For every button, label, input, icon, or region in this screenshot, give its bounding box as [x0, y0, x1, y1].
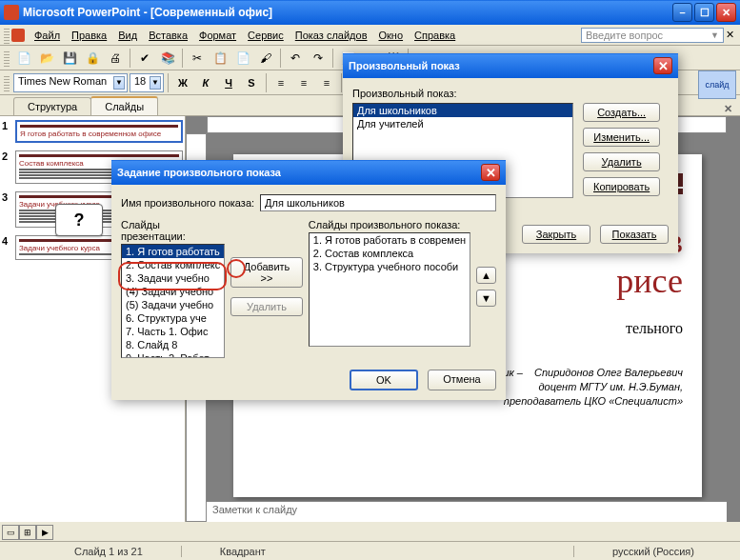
app-icon: [4, 5, 19, 20]
show-slides-listbox[interactable]: 1. Я готов работать в современ2. Состав …: [309, 232, 470, 347]
chevron-down-icon[interactable]: ▼: [150, 76, 161, 90]
spellcheck-icon[interactable]: ✔: [134, 48, 155, 69]
status-lang: русский (Россия): [573, 546, 732, 557]
dialog-titlebar[interactable]: Задание произвольного показа ✕: [111, 160, 506, 185]
open-icon[interactable]: 📂: [36, 48, 57, 69]
label: Имя произвольного показа:: [121, 197, 254, 209]
chevron-down-icon[interactable]: ▼: [113, 76, 125, 90]
menu-edit[interactable]: Правка: [66, 28, 112, 43]
minimize-button[interactable]: –: [672, 3, 692, 22]
copy-icon[interactable]: 📋: [210, 48, 230, 69]
edit-button[interactable]: Изменить...: [583, 128, 660, 147]
menu-help[interactable]: Справка: [409, 28, 461, 43]
tab-outline[interactable]: Структура: [13, 97, 91, 115]
menu-window[interactable]: Окно: [373, 28, 410, 43]
menu-view[interactable]: Вид: [112, 28, 143, 43]
status-slide: Слайд 1 из 21: [8, 546, 181, 557]
dialog-titlebar[interactable]: Произвольный показ ✕: [343, 53, 678, 78]
close-icon[interactable]: ✕: [481, 164, 500, 181]
undo-icon[interactable]: ↶: [285, 48, 306, 69]
grip-icon: [4, 74, 10, 91]
copy-button[interactable]: Копировать: [583, 177, 660, 196]
ok-button[interactable]: OK: [350, 370, 418, 390]
show-button[interactable]: Показать: [600, 225, 669, 244]
label: Слайды произвольного показа:: [309, 219, 470, 230]
tab-slides[interactable]: Слайды: [90, 96, 158, 115]
close-button[interactable]: ✕: [716, 3, 736, 22]
align-center-icon[interactable]: ≡: [293, 72, 314, 93]
list-item[interactable]: 2. Состав комплекса: [310, 247, 470, 260]
doc-icon: [11, 29, 25, 42]
all-slides-listbox[interactable]: 1. Я готов работать2. Состав комплекс3. …: [121, 244, 225, 358]
grip-icon: [4, 27, 10, 44]
taskpane-slide-design[interactable]: слайд: [698, 70, 736, 99]
delete-button[interactable]: Удалить: [583, 152, 660, 171]
callout-help: ?: [55, 204, 103, 236]
move-up-button[interactable]: ▲: [476, 267, 496, 284]
list-item[interactable]: 1. Я готов работать: [122, 245, 224, 258]
research-icon[interactable]: 📚: [157, 48, 178, 69]
permission-icon[interactable]: 🔒: [82, 48, 103, 69]
align-left-icon[interactable]: ≡: [270, 72, 291, 93]
list-item[interactable]: 2. Состав комплекс: [122, 258, 224, 271]
menu-slideshow[interactable]: Показ слайдов: [290, 28, 373, 43]
status-layout: Квадрант: [181, 546, 304, 557]
label: Произвольный показ:: [352, 88, 669, 99]
list-item[interactable]: 3. Структура учебного пособи: [310, 260, 470, 273]
close-icon[interactable]: ✕: [653, 57, 672, 74]
add-button[interactable]: Добавить >>: [230, 257, 303, 288]
list-item[interactable]: Для учителей: [353, 117, 572, 130]
menubar: Файл Правка Вид Вставка Формат Сервис По…: [0, 25, 740, 46]
menu-insert[interactable]: Вставка: [143, 28, 193, 43]
menu-tools[interactable]: Сервис: [242, 28, 290, 43]
list-item[interactable]: 7. Часть 1. Офис: [122, 325, 224, 338]
notes-pane[interactable]: Заметки к слайду: [207, 501, 727, 522]
sorter-view-icon[interactable]: ⊞: [19, 525, 36, 540]
list-item[interactable]: 6. Структура уче: [122, 311, 224, 325]
list-item[interactable]: 3. Задачи учебно: [122, 271, 224, 285]
define-show-dialog: Задание произвольного показа ✕ Имя произ…: [111, 160, 506, 400]
format-painter-icon[interactable]: 🖌: [255, 48, 276, 69]
save-icon[interactable]: 💾: [59, 48, 80, 69]
size-combo[interactable]: 18▼: [130, 73, 164, 92]
redo-icon[interactable]: ↷: [308, 48, 329, 69]
font-combo[interactable]: Times New Roman▼: [13, 73, 128, 92]
slideshow-view-icon[interactable]: ▶: [36, 525, 53, 540]
create-button[interactable]: Создать...: [583, 103, 660, 122]
paste-icon[interactable]: 📄: [232, 48, 253, 69]
menu-file[interactable]: Файл: [29, 28, 66, 43]
statusbar: Слайд 1 из 21 Квадрант русский (Россия): [0, 541, 740, 560]
align-right-icon[interactable]: ≡: [316, 72, 337, 93]
cancel-button[interactable]: Отмена: [428, 370, 496, 390]
mdi-close-button[interactable]: ✕: [724, 27, 736, 43]
slide-thumb[interactable]: 1 Я готов работать в современном офисе: [2, 120, 183, 143]
grip-icon: [4, 50, 10, 67]
list-item[interactable]: Для школьников: [353, 104, 572, 117]
bold-button[interactable]: Ж: [172, 72, 193, 93]
remove-button[interactable]: Удалить: [230, 297, 303, 316]
list-item[interactable]: 9. Часть 2. Работ: [122, 351, 224, 358]
window-title: Microsoft PowerPoint - [Современный офис…: [23, 6, 672, 19]
tab-close-button[interactable]: ✕: [716, 103, 740, 115]
move-down-button[interactable]: ▼: [476, 290, 496, 307]
label: Слайды презентации:: [121, 219, 225, 242]
cut-icon[interactable]: ✂: [187, 48, 208, 69]
underline-button[interactable]: Ч: [218, 72, 239, 93]
list-item[interactable]: (5) Задачи учебно: [122, 298, 224, 311]
shadow-button[interactable]: S: [241, 72, 262, 93]
ask-input[interactable]: Введите вопрос ▼: [581, 28, 724, 43]
chevron-down-icon[interactable]: ▼: [710, 30, 719, 40]
maximize-button[interactable]: ☐: [694, 3, 714, 22]
list-item[interactable]: 1. Я готов работать в современ: [310, 233, 470, 247]
list-item[interactable]: 8. Слайд 8: [122, 338, 224, 351]
ask-placeholder: Введите вопрос: [586, 30, 663, 41]
list-item[interactable]: (4) Задачи учебно: [122, 285, 224, 298]
normal-view-icon[interactable]: ▭: [2, 525, 19, 540]
italic-button[interactable]: К: [195, 72, 216, 93]
show-name-input[interactable]: [260, 194, 496, 211]
titlebar: Microsoft PowerPoint - [Современный офис…: [0, 0, 740, 25]
menu-format[interactable]: Формат: [193, 28, 242, 43]
print-icon[interactable]: 🖨: [105, 48, 126, 69]
new-doc-icon[interactable]: 📄: [13, 48, 34, 69]
close-dialog-button[interactable]: Закрыть: [522, 225, 590, 244]
